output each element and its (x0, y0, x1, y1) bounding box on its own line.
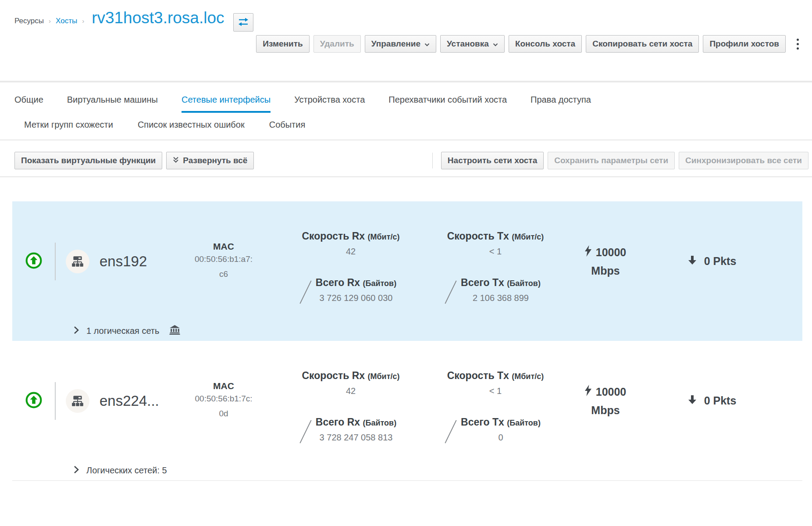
interface-row-ens192[interactable]: ens192 MAC 00:50:56:b1:a7: c6 Скорость R… (12, 201, 802, 341)
breadcrumb-separator-icon: › (49, 17, 51, 25)
tx-total-label: Всего Tx (461, 416, 504, 428)
tab-general[interactable]: Общие (14, 95, 43, 113)
tx-total-unit: (Байтов) (507, 419, 541, 427)
tx-total-value: 2 106 368 899 (473, 293, 529, 303)
management-dropdown-button[interactable]: Управление (365, 35, 436, 53)
tx-total-block: Всего Tx (Байтов) 2 106 368 899 (450, 277, 541, 305)
arrow-down-icon (687, 394, 697, 408)
setup-host-networks-button[interactable]: Настроить сети хоста (441, 152, 544, 169)
tabs-row-1: Общие Виртуальные машины Сетевые интерфе… (14, 82, 812, 113)
tab-host-devices[interactable]: Устройства хоста (294, 95, 365, 113)
tab-virtual-machines[interactable]: Виртуальные машины (67, 95, 158, 113)
rx-rate-header: Скорость Rx (Мбит/с) (302, 230, 399, 242)
breadcrumb: Ресурсы › Хосты › rv31host3.rosa.loc (14, 9, 802, 32)
expand-all-label: Развернуть всё (183, 156, 247, 165)
speed-value: 10000 (596, 246, 627, 259)
lightning-bolt-icon (585, 245, 591, 259)
breadcrumb-separator-icon: › (82, 17, 84, 25)
rx-rate-header: Скорость Rx (Мбит/с) (302, 370, 399, 382)
mac-label: MAC (169, 241, 278, 252)
packets-value: 0 Pkts (704, 255, 737, 268)
expander-label: Логических сетей: 5 (86, 465, 167, 476)
tx-rate-value: < 1 (489, 247, 502, 257)
rx-column: Скорость Rx (Мбит/с) 42 Всего Rx (Байтов… (278, 201, 423, 321)
installation-dropdown-button[interactable]: Установка (440, 35, 505, 53)
caret-down-icon (424, 39, 430, 49)
tx-rate-unit: (Мбит/с) (512, 233, 544, 241)
management-network-icon (169, 325, 180, 337)
page-title: rv31host3.rosa.loc (92, 9, 224, 28)
tx-total-header: Всего Tx (Байтов) (461, 277, 541, 289)
rx-rate-label: Скорость Rx (302, 230, 365, 242)
rx-total-header: Всего Rx (Байтов) (316, 416, 396, 428)
tab-affinity-labels[interactable]: Метки групп схожести (24, 120, 113, 130)
rx-rate-value: 42 (346, 386, 356, 396)
toolbar-divider (432, 153, 433, 168)
caret-down-icon (493, 39, 498, 49)
breadcrumb-hosts-link[interactable]: Хосты (56, 17, 77, 25)
speed-value: 10000 (596, 386, 627, 398)
tab-errata[interactable]: Список известных ошибок (138, 120, 245, 130)
management-label: Управление (371, 39, 420, 49)
rx-total-label: Всего Rx (316, 416, 360, 428)
breadcrumb-root[interactable]: Ресурсы (14, 17, 44, 25)
copy-host-networks-button[interactable]: Скопировать сети хоста (586, 35, 699, 53)
save-network-config-button[interactable]: Сохранить параметры сети (548, 152, 675, 169)
expand-all-button[interactable]: Развернуть всё (166, 152, 254, 169)
network-interface-icon (66, 250, 89, 273)
remove-button[interactable]: Удалить (313, 35, 361, 53)
rx-total-value: 3 728 247 058 813 (320, 433, 393, 443)
logical-networks-expander[interactable]: Логических сетей: 5 (12, 461, 802, 480)
interface-row-main: ens224... MAC 00:50:56:b1:7c: 0d Скорост… (12, 341, 802, 461)
speed-column: 10000 Mbps (568, 385, 643, 417)
logical-networks-expander[interactable]: 1 логическая сеть (12, 321, 802, 341)
speed-column: 10000 Mbps (568, 245, 643, 277)
rx-total-block: Всего Rx (Байтов) 3 728 247 058 813 (305, 416, 396, 444)
network-interfaces-toolbar: Показать виртуальные функции Развернуть … (0, 140, 812, 177)
rx-total-unit: (Байтов) (363, 419, 397, 427)
tab-network-interfaces[interactable]: Сетевые интерфейсы (182, 95, 271, 113)
rx-total-unit: (Байтов) (363, 279, 397, 288)
tab-host-hooks[interactable]: Перехватчики событий хоста (388, 95, 507, 113)
icon-column (56, 389, 100, 413)
page-header: Ресурсы › Хосты › rv31host3.rosa.loc Изм… (0, 0, 812, 82)
kebab-menu-button[interactable] (793, 37, 802, 51)
arrow-down-icon (687, 255, 697, 268)
packets-value: 0 Pkts (704, 394, 737, 407)
tx-rate-header: Скорость Tx (Мбит/с) (447, 230, 544, 242)
detail-tabs: Общие Виртуальные машины Сетевые интерфе… (0, 82, 812, 140)
mac-address-line1: 00:50:56:b1:7c: (169, 391, 278, 406)
host-actions-toolbar: Изменить Удалить Управление Установка Ко… (14, 35, 802, 53)
angle-double-down-icon (173, 156, 179, 165)
rx-rate-unit: (Мбит/с) (368, 372, 400, 381)
tabs-row-2: Метки групп схожести Список известных ош… (14, 113, 812, 140)
slash-divider (445, 420, 456, 443)
host-profiles-button[interactable]: Профили хостов (703, 35, 786, 53)
swap-host-button[interactable] (233, 13, 253, 32)
interface-row-ens224[interactable]: ens224... MAC 00:50:56:b1:7c: 0d Скорост… (12, 341, 802, 480)
show-virtual-functions-button[interactable]: Показать виртуальные функции (14, 152, 162, 169)
toolbar-left-group: Показать виртуальные функции Развернуть … (14, 152, 254, 169)
status-column (12, 392, 55, 410)
rx-total-label: Всего Rx (316, 277, 360, 288)
tx-total-unit: (Байтов) (507, 279, 541, 288)
tab-permissions[interactable]: Права доступа (531, 95, 591, 113)
mac-address-line2: 0d (169, 406, 278, 421)
chevron-right-icon (74, 326, 79, 336)
rx-rate-label: Скорость Rx (302, 370, 365, 381)
tab-events[interactable]: События (269, 120, 306, 130)
network-interface-icon (66, 389, 89, 413)
slash-divider (299, 420, 311, 443)
rx-rate-value: 42 (346, 247, 356, 257)
toolbar-right-group: Настроить сети хоста Сохранить параметры… (432, 152, 808, 169)
tx-total-header: Всего Tx (Байтов) (461, 416, 541, 428)
mac-address-line1: 00:50:56:b1:a7: (169, 252, 278, 266)
sync-all-networks-button[interactable]: Синхронизировать все сети (679, 152, 808, 169)
mac-column: MAC 00:50:56:b1:7c: 0d (169, 381, 278, 421)
edit-button[interactable]: Изменить (256, 35, 309, 53)
interface-row-main: ens192 MAC 00:50:56:b1:a7: c6 Скорость R… (12, 201, 802, 321)
tx-total-value: 0 (498, 433, 503, 443)
host-console-button[interactable]: Консоль хоста (509, 35, 582, 53)
tx-rate-label: Скорость Tx (447, 370, 509, 381)
interface-name: ens192 (100, 253, 169, 270)
